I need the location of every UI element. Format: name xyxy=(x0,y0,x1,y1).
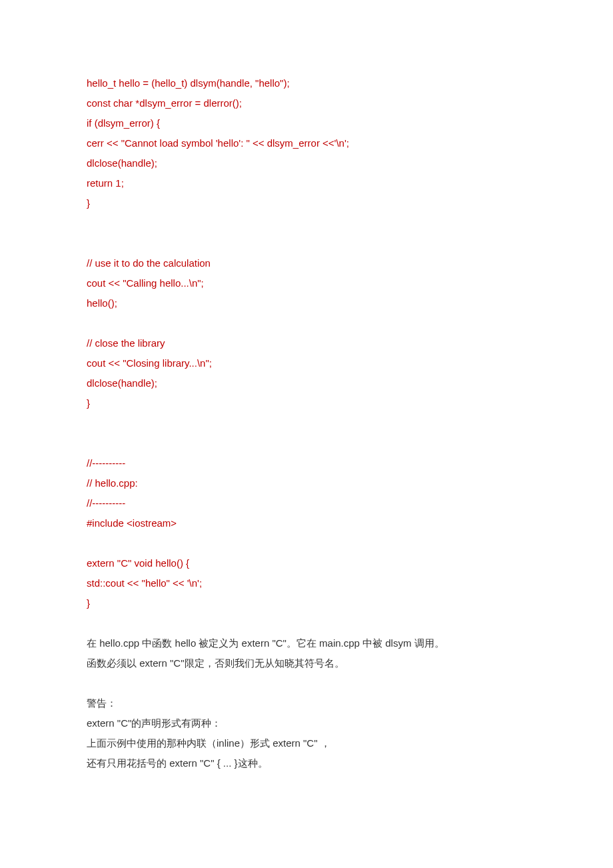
code-block-2: // use it to do the calculation cout << … xyxy=(87,253,526,313)
text-paragraph-2: 警告： extern "C"的声明形式有两种： 上面示例中使用的那种内联（inl… xyxy=(87,693,526,773)
code-line: //---------- xyxy=(87,453,526,473)
text-line: 还有只用花括号的 extern "C" { ... }这种。 xyxy=(87,753,526,773)
code-line: hello_t hello = (hello_t) dlsym(handle, … xyxy=(87,73,526,93)
text-paragraph-1: 在 hello.cpp 中函数 hello 被定义为 extern "C"。它在… xyxy=(87,633,526,673)
code-line: if (dlsym_error) { xyxy=(87,113,526,133)
code-line: } xyxy=(87,593,526,613)
text-line: 警告： xyxy=(87,693,526,713)
code-line: // hello.cpp: xyxy=(87,473,526,493)
code-line: dlclose(handle); xyxy=(87,373,526,393)
code-line: hello(); xyxy=(87,293,526,313)
code-line: #include <iostream> xyxy=(87,513,526,533)
code-line: std::cout << "hello" << '\n'; xyxy=(87,573,526,593)
code-line: cout << "Calling hello...\n"; xyxy=(87,273,526,293)
code-line: //---------- xyxy=(87,493,526,513)
code-line: cout << "Closing library...\n"; xyxy=(87,353,526,373)
text-line: 函数必须以 extern "C"限定，否则我们无从知晓其符号名。 xyxy=(87,653,526,673)
code-line: return 1; xyxy=(87,173,526,193)
code-line: // use it to do the calculation xyxy=(87,253,526,273)
code-line: dlclose(handle); xyxy=(87,153,526,173)
code-line: const char *dlsym_error = dlerror(); xyxy=(87,93,526,113)
code-line: cerr << "Cannot load symbol 'hello': " <… xyxy=(87,133,526,153)
text-line: 在 hello.cpp 中函数 hello 被定义为 extern "C"。它在… xyxy=(87,633,526,653)
code-line: // close the library xyxy=(87,333,526,353)
code-block-1: hello_t hello = (hello_t) dlsym(handle, … xyxy=(87,73,526,213)
code-block-4: //---------- // hello.cpp: //---------- … xyxy=(87,453,526,533)
code-block-5: extern "C" void hello() { std::cout << "… xyxy=(87,553,526,613)
text-line: 上面示例中使用的那种内联（inline）形式 extern "C" ， xyxy=(87,733,526,753)
code-line: } xyxy=(87,393,526,413)
code-line: extern "C" void hello() { xyxy=(87,553,526,573)
code-block-3: // close the library cout << "Closing li… xyxy=(87,333,526,413)
text-line: extern "C"的声明形式有两种： xyxy=(87,713,526,733)
code-line: } xyxy=(87,193,526,213)
